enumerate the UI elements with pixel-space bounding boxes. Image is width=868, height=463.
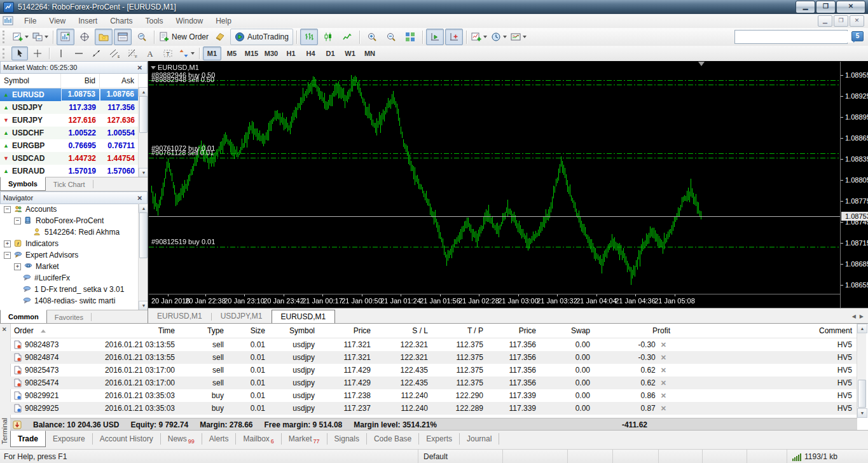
status-profile[interactable]: Default: [418, 450, 502, 463]
chart-window-icon[interactable]: [3, 16, 14, 26]
restore-button[interactable]: ❐: [816, 1, 836, 13]
data-window-button[interactable]: [76, 29, 93, 45]
market-watch-row[interactable]: ▲USDCHF1.005221.00554: [0, 127, 148, 139]
timeframe-mn-button[interactable]: MN: [361, 46, 379, 60]
tab-symbols[interactable]: Symbols: [0, 177, 46, 191]
child-close-button[interactable]: ✕: [850, 15, 864, 27]
indicators-button[interactable]: [470, 29, 488, 45]
navigator-close-icon[interactable]: ✕: [135, 195, 144, 202]
column-header-sl[interactable]: S / L: [376, 326, 433, 335]
mql5-community-icon[interactable]: 5: [850, 31, 864, 43]
toolbar-grip[interactable]: [3, 48, 9, 59]
chart-tab-usdjpy-m1[interactable]: USDJPY,M1: [212, 308, 272, 324]
navigator-item[interactable]: 5142264: Redi Akhma: [0, 226, 139, 238]
terminal-close-icon[interactable]: ✕: [2, 326, 7, 333]
candlestick-button[interactable]: [319, 29, 337, 45]
new-order-button[interactable]: New Order: [158, 29, 210, 45]
navigator-scrollbar[interactable]: ▲ ▼: [138, 204, 148, 310]
metaeditor-button[interactable]: [211, 29, 229, 45]
tab-common[interactable]: Common: [0, 310, 47, 324]
minimize-button[interactable]: ▁: [796, 1, 815, 13]
navigator-item[interactable]: #LuciferFx: [0, 272, 139, 284]
terminal-tab-alerts[interactable]: Alerts: [202, 431, 236, 447]
column-header-time[interactable]: Time: [83, 326, 180, 335]
market-watch-button[interactable]: [57, 29, 74, 45]
market-watch-row[interactable]: ▲EURUSD1.087531.08766: [0, 88, 148, 101]
autotrading-button[interactable]: AutoTrading: [230, 29, 293, 45]
timeframe-m5-button[interactable]: M5: [223, 46, 241, 60]
terminal-tab-trade[interactable]: Trade: [10, 431, 46, 447]
terminal-scrollbar[interactable]: ▲ ▼: [857, 324, 866, 418]
fibonacci-tool-button[interactable]: F: [124, 46, 141, 60]
menu-item-help[interactable]: Help: [209, 15, 238, 27]
profiles-button[interactable]: [31, 29, 50, 45]
expand-plus-icon[interactable]: +: [4, 240, 11, 247]
terminal-button[interactable]: [114, 29, 132, 45]
timeframe-w1-button[interactable]: W1: [341, 46, 359, 60]
column-header-ask[interactable]: Ask: [100, 74, 139, 88]
auto-scroll-button[interactable]: [426, 29, 444, 45]
column-header-price[interactable]: Price: [320, 326, 376, 335]
navigator-button[interactable]: [95, 29, 113, 45]
collapse-minus-icon[interactable]: −: [4, 206, 11, 213]
column-header-size[interactable]: Size: [229, 326, 270, 335]
terminal-tab-code-base[interactable]: Code Base: [367, 431, 418, 447]
new-chart-button[interactable]: [11, 29, 30, 45]
market-watch-row[interactable]: ▲EURAUD1.570191.57060: [0, 165, 148, 177]
menu-item-view[interactable]: View: [43, 15, 72, 27]
collapse-minus-icon[interactable]: −: [4, 252, 11, 259]
child-minimize-button[interactable]: ▁: [818, 15, 832, 27]
timeframe-h4-button[interactable]: H4: [301, 46, 320, 60]
column-header-profit[interactable]: Profit: [595, 326, 675, 335]
terminal-tab-signals[interactable]: Signals: [327, 431, 366, 447]
close-position-icon[interactable]: ✕: [661, 404, 666, 413]
cursor-tool-button[interactable]: [11, 46, 28, 60]
channel-tool-button[interactable]: E: [106, 46, 123, 60]
tab-tick-chart[interactable]: Tick Chart: [46, 177, 93, 191]
market-watch-close-icon[interactable]: ✕: [135, 64, 144, 71]
column-header-tp[interactable]: T / P: [433, 326, 488, 335]
terminal-tab-mailbox[interactable]: Mailbox6: [236, 431, 280, 447]
column-header-price[interactable]: Price: [488, 326, 541, 335]
trendline-tool-button[interactable]: [88, 46, 105, 60]
column-header-bid[interactable]: Bid: [61, 74, 100, 88]
timeframe-m1-button[interactable]: M1: [203, 46, 221, 60]
templates-button[interactable]: [509, 29, 528, 45]
line-chart-button[interactable]: [338, 29, 356, 45]
terminal-tab-exposure[interactable]: Exposure: [46, 431, 92, 447]
menu-item-charts[interactable]: Charts: [104, 15, 139, 27]
periods-button[interactable]: [490, 29, 508, 45]
menu-item-window[interactable]: Window: [170, 15, 210, 27]
column-header-comment[interactable]: Comment: [675, 326, 857, 335]
collapse-minus-icon[interactable]: −: [14, 218, 21, 225]
bar-chart-button[interactable]: [300, 29, 318, 45]
menu-item-file[interactable]: File: [18, 15, 43, 27]
chart-shift-marker[interactable]: [698, 62, 705, 66]
child-restore-button[interactable]: ❐: [834, 15, 848, 27]
expand-plus-icon[interactable]: +: [14, 263, 21, 270]
scroll-thumb[interactable]: [139, 212, 148, 258]
market-watch-row[interactable]: ▼USDCAD1.447321.44754: [0, 152, 148, 165]
zoom-out-button[interactable]: [382, 29, 400, 45]
vertical-line-tool-button[interactable]: [53, 46, 69, 60]
column-header-order[interactable]: Order: [10, 326, 83, 335]
column-header-symbol[interactable]: Symbol: [270, 326, 320, 335]
close-position-icon[interactable]: ✕: [661, 366, 666, 375]
scroll-thumb[interactable]: [139, 96, 148, 133]
close-position-icon[interactable]: ✕: [661, 341, 666, 349]
market-watch-row[interactable]: ▲USDJPY117.339117.356: [0, 101, 148, 114]
chart-symbol-overlay[interactable]: EURUSD,M1: [151, 64, 199, 71]
navigator-item[interactable]: −Expert Advisors: [0, 249, 139, 261]
chart-shift-button[interactable]: [445, 29, 463, 45]
market-watch-scrollbar[interactable]: ▲ ▼: [138, 87, 148, 177]
toolbar-grip[interactable]: [3, 31, 9, 43]
terminal-tab-market[interactable]: Market77: [282, 431, 327, 447]
text-label-tool-button[interactable]: T: [160, 46, 176, 60]
order-row[interactable]: 908254732016.01.21 03:17:00sell0.01usdjp…: [10, 364, 857, 377]
order-row[interactable]: 908299212016.01.21 03:35:03buy0.01usdjpy…: [10, 389, 857, 402]
scroll-left-icon[interactable]: ◀: [852, 314, 856, 319]
navigator-item[interactable]: −Accounts: [0, 204, 139, 215]
navigator-item[interactable]: −RoboForex-ProCent: [0, 215, 139, 226]
market-watch-row[interactable]: ▼EURJPY127.616127.636: [0, 114, 148, 127]
chart-plot-area[interactable]: EURUSD,M1 #89882946 buy 0.50#89882948 se…: [149, 62, 840, 294]
